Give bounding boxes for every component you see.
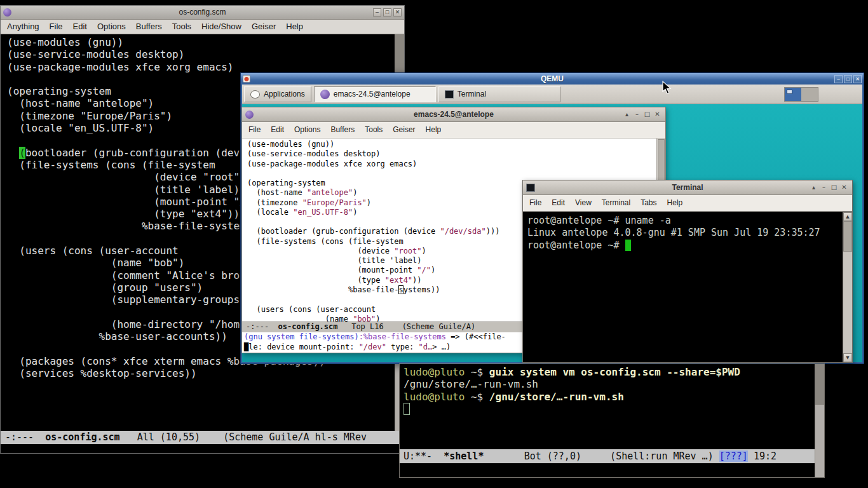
menu-item-edit[interactable]: Edit — [68, 20, 92, 34]
menu-item-geiser[interactable]: Geiser — [388, 122, 420, 138]
maximize-button[interactable]: □ — [642, 110, 652, 119]
menu-item-geiser[interactable]: Geiser — [247, 20, 281, 34]
menu-item-tools[interactable]: Tools — [360, 122, 388, 138]
window-controls: –□✕ — [833, 75, 862, 83]
modeline: -:--- os-config.scm All (10,55) (Scheme … — [1, 431, 404, 444]
menu-item-edit[interactable]: Edit — [546, 195, 570, 211]
task-label: emacs-24.5@antelope — [334, 90, 410, 98]
window-controls: ▴–□✕ — [808, 183, 849, 192]
menu-item-help[interactable]: Help — [421, 122, 447, 138]
menu-item-hide-show[interactable]: Hide/Show — [196, 20, 247, 34]
emacs-icon — [320, 90, 330, 99]
text-line: (use-modules (gnu)) — [247, 140, 656, 149]
text-line: ludo@pluto ~$ /gnu/store/…-run-vm.sh — [403, 391, 815, 403]
menu-item-terminal[interactable]: Terminal — [597, 195, 635, 211]
shade-button[interactable]: ▴ — [809, 183, 818, 192]
titlebar[interactable]: Terminal ▴–□✕ — [523, 180, 852, 195]
menubar: AnythingFileEditOptionsBuffersToolsHide/… — [1, 20, 404, 34]
menu-item-tabs[interactable]: Tabs — [635, 195, 661, 211]
window-title: Terminal — [523, 180, 852, 194]
workspace-1[interactable] — [785, 88, 801, 101]
minimize-button[interactable]: – — [632, 110, 642, 119]
menu-item-file[interactable]: File — [524, 195, 546, 211]
xfce-mouse-icon — [250, 90, 260, 98]
scroll-up-arrow[interactable]: ▲ — [843, 212, 852, 221]
mouse-cursor-icon — [662, 81, 672, 95]
menu-item-tools[interactable]: Tools — [167, 20, 196, 34]
minimize-button[interactable]: – — [373, 8, 381, 17]
close-button[interactable]: ✕ — [839, 183, 849, 192]
text-line: (use-service-modules desktop) — [7, 48, 395, 60]
workspace-switcher[interactable] — [784, 87, 818, 102]
text-line: root@antelope ~# uname -a — [527, 215, 843, 227]
text-line — [403, 403, 815, 415]
terminal-icon — [445, 90, 454, 98]
taskbar-item-terminal[interactable]: Terminal — [438, 86, 560, 102]
menu-item-options[interactable]: Options — [92, 20, 131, 34]
scrollbar[interactable] — [815, 364, 824, 477]
text-line — [247, 169, 656, 179]
window-title: emacs-24.5@antelope — [242, 107, 665, 121]
scrollbar-thumb[interactable] — [815, 364, 824, 405]
minimize-button[interactable]: – — [819, 183, 829, 192]
text-line: (use-service-modules desktop) — [247, 149, 656, 159]
minimize-button[interactable]: – — [834, 75, 843, 83]
titlebar[interactable]: os-config.scm –□✕ — [1, 6, 404, 20]
shell-text: ludo@pluto ~$ guix system vm os-config.s… — [400, 364, 815, 449]
applications-label: Applications — [264, 90, 305, 98]
window-guest-terminal: Terminal ▴–□✕ FileEditViewTerminalTabsHe… — [522, 180, 853, 363]
text-line: (use-package-modules xfce xorg emacs) — [247, 159, 656, 169]
scroll-down-arrow[interactable]: ▼ — [843, 353, 852, 362]
text-line: root@antelope ~# — [527, 240, 843, 252]
echo-area — [400, 463, 815, 477]
menu-item-view[interactable]: View — [570, 195, 597, 211]
close-button[interactable]: ✕ — [653, 110, 662, 119]
menu-item-help[interactable]: Help — [281, 20, 308, 34]
menubar: FileEditViewTerminalTabsHelp — [523, 195, 852, 212]
scrollbar-thumb[interactable] — [843, 221, 852, 252]
menu-item-buffers[interactable]: Buffers — [131, 20, 167, 34]
maximize-button[interactable]: □ — [844, 75, 852, 83]
text-line: Linux antelope 4.0.8-gnu #1 SMP Sun Jul … — [527, 227, 843, 239]
text-line: (services %desktop-services)) — [7, 367, 395, 379]
window-title: os-config.scm — [1, 6, 404, 19]
menubar: FileEditOptionsBuffersToolsGeiserHelp — [242, 122, 665, 139]
titlebar[interactable]: emacs-24.5@antelope ▴–□✕ — [242, 107, 665, 122]
window-controls: ▴–□✕ — [621, 110, 662, 119]
terminal-text: root@antelope ~# uname -aLinux antelope … — [523, 212, 843, 362]
text-line: ludo@pluto ~$ guix system vm os-config.s… — [403, 366, 815, 378]
text-line: (use-package-modules xfce xorg emacs) — [7, 61, 395, 73]
screen: { "colors": { "desktop_background": "#00… — [0, 0, 868, 488]
taskbar-item-emacs[interactable]: emacs-24.5@antelope — [314, 86, 436, 102]
menu-item-buffers[interactable]: Buffers — [325, 122, 360, 138]
menu-item-file[interactable]: File — [44, 20, 68, 34]
menu-item-anything[interactable]: Anything — [2, 20, 44, 34]
applications-button[interactable]: Applications — [244, 86, 311, 102]
menu-item-help[interactable]: Help — [662, 195, 688, 211]
menu-item-file[interactable]: File — [243, 122, 266, 138]
scrollbar[interactable]: ▲ ▼ — [843, 212, 852, 362]
close-button[interactable]: ✕ — [853, 75, 862, 83]
guest-taskbar: Applications emacs-24.5@antelope Termina… — [242, 85, 862, 104]
terminal-area: root@antelope ~# uname -aLinux antelope … — [523, 212, 852, 362]
window-host-shell: ludo@pluto ~$ guix system vm os-config.s… — [399, 363, 825, 478]
close-button[interactable]: ✕ — [393, 8, 402, 17]
maximize-button[interactable]: □ — [829, 183, 839, 192]
workspace-2[interactable] — [801, 88, 818, 101]
task-label: Terminal — [458, 90, 486, 98]
menu-item-options[interactable]: Options — [289, 122, 325, 138]
window-controls: –□✕ — [371, 8, 402, 17]
text-line: /gnu/store/…-run-vm.sh — [403, 378, 815, 390]
shade-button[interactable]: ▴ — [622, 110, 632, 119]
modeline: U:**- *shell* Bot (??,0) (Shell:run MRev… — [400, 449, 815, 463]
window-title: QEMU — [241, 73, 864, 85]
titlebar[interactable]: QEMU –□✕ — [241, 73, 864, 85]
text-line: (use-modules (gnu)) — [7, 36, 395, 48]
maximize-button[interactable]: □ — [383, 8, 391, 17]
menu-item-edit[interactable]: Edit — [266, 122, 289, 138]
echo-area — [1, 444, 404, 453]
